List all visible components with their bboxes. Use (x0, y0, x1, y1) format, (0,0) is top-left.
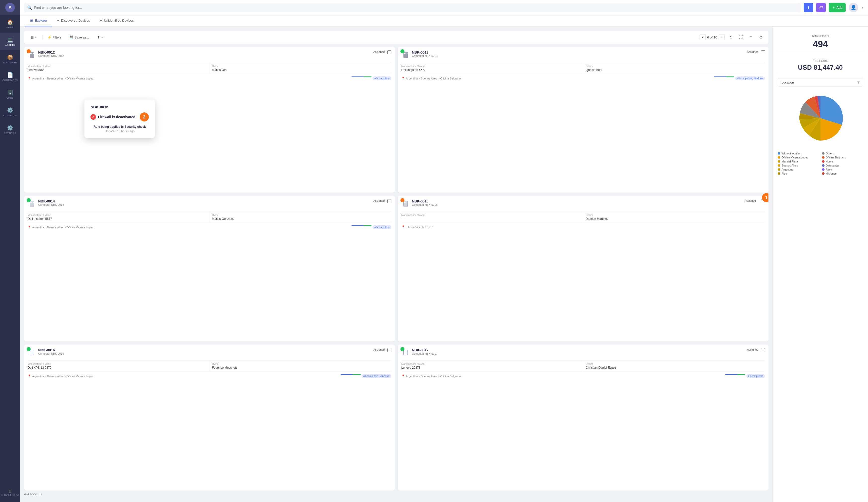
popup-time: Updated 18 hours ago (91, 130, 149, 133)
sidebar-item-other[interactable]: ⚙️ OTHER CIs (0, 103, 20, 121)
manufacturer-field: Manufacturer / Model Dell Inspiron 5577 (401, 63, 583, 74)
location-bar (725, 374, 745, 375)
sidebar-item-cmdb[interactable]: 🗄️ CMDB (0, 85, 20, 103)
card-icon-wrap: 🖥 (401, 50, 410, 60)
alert-dot-green (401, 49, 404, 53)
asset-card-nbk0015[interactable]: 🖥 NBK-0015 Computer NBK-0015 Assigned 1 (398, 196, 769, 341)
prev-page-button[interactable]: ‹ (700, 34, 706, 40)
badge-label: Assigned (373, 199, 385, 202)
card-checkbox[interactable] (388, 50, 391, 54)
info-button[interactable]: ℹ (804, 3, 813, 12)
expand-button[interactable]: ⛶ (737, 33, 745, 41)
sidebar-label-contracts: CONTRACTS (2, 79, 18, 82)
asset-card-nbk0013[interactable]: 🖥 NBK-0013 Computer NBK-0013 Assigned (398, 47, 769, 193)
sidebar-item-assets[interactable]: 💻 ASSETS (0, 33, 20, 50)
legend-label: Datacenter (826, 164, 839, 167)
card-icon-wrap: 🖥 (401, 199, 410, 208)
list-icon: ≡ (750, 35, 752, 40)
location-pin-icon: 📍 (401, 225, 405, 229)
card-badge: Assigned (373, 199, 385, 202)
search-input[interactable] (34, 6, 798, 10)
card-icon-wrap: 🖥 (28, 50, 36, 60)
sidebar-item-software[interactable]: 📦 SOFTWARE (0, 50, 20, 68)
card-checkbox[interactable] (388, 348, 391, 352)
card-location: 📍 Argentina > Buenos Aires > Oficina Vic… (28, 375, 93, 378)
pagination-label: 6 of 10 (707, 35, 717, 39)
assets-icon: 💻 (7, 37, 13, 43)
grid-settings-button[interactable]: ⚙ (757, 33, 765, 41)
list-view-button[interactable]: ≡ (747, 33, 755, 41)
card-badge: Assigned (747, 348, 758, 351)
tag-0: all-computers (746, 374, 765, 378)
card-location: 📍 Argentina > Buenos Aires > Oficina Bel… (401, 375, 461, 378)
avatar[interactable]: 👤 (849, 3, 858, 12)
add-button[interactable]: ＋ Add (829, 3, 846, 12)
manufacturer-label: Manufacturer / Model (401, 363, 580, 366)
legend-dot (778, 172, 780, 175)
manufacturer-value: Lenovo 80VE (28, 68, 207, 72)
search-wrapper[interactable]: 🔍 (24, 3, 800, 12)
card-fields: Manufacturer / Model Dell Inspiron 5577 … (401, 63, 765, 74)
owner-label: Owner (212, 363, 391, 366)
discovered-tab-icon: ≡ (57, 19, 59, 22)
owner-label: Owner (586, 65, 765, 68)
sidebar-logo[interactable]: A (0, 0, 20, 15)
card-footer: 📍 Argentina > Buenos Aires > Oficina Vic… (28, 225, 391, 229)
manufacturer-field: Manufacturer / Model Dell Inspiron 5577 (28, 212, 209, 223)
main-area: 🔍 ℹ 🏷 ＋ Add 👤 ▼ ⊞ Explorer ≡ Discovered … (20, 0, 868, 502)
card-subtitle: Computer NBK-0017 (412, 352, 745, 355)
card-footer: 📍 Argentina > Buenos Aires > Oficina Vic… (28, 374, 391, 378)
legend-item-datacenter: Datacenter (822, 164, 863, 167)
card-checkbox[interactable] (388, 199, 391, 203)
owner-value: Federico Mocchetti (212, 366, 391, 369)
popup-alert-row: ✕ Firewall is deactivated 2 (91, 112, 149, 122)
tab-explorer-label: Explorer (35, 19, 47, 22)
owner-value: Damian Martinez (586, 217, 765, 221)
location-bar (351, 76, 372, 77)
tag-0: all-computers, windows (362, 374, 391, 378)
legend-label: Home (826, 160, 833, 163)
view-toggle-button[interactable]: ▦ ▼ (28, 34, 40, 41)
pie-chart-container (778, 93, 863, 143)
next-page-button[interactable]: › (719, 34, 725, 40)
card-tags: all-computers (351, 76, 391, 80)
sidebar-item-contracts[interactable]: 📄 CONTRACTS (0, 68, 20, 85)
filters-button[interactable]: ⚡ Filters (44, 34, 64, 41)
tab-explorer[interactable]: ⊞ Explorer (25, 15, 52, 27)
owner-field: Owner Matias Ota (209, 63, 391, 74)
owner-label: Owner (586, 363, 765, 366)
download-icon: ⬇ (97, 35, 100, 39)
owner-value: Ignacio Audi (586, 68, 765, 72)
card-checkbox[interactable] (761, 348, 765, 352)
asset-card-nbk0017[interactable]: 🖥 NBK-0017 Computer NBK-0017 Assigned (398, 345, 769, 490)
sidebar-item-home[interactable]: 🏠 HOME (0, 15, 20, 33)
total-assets-block: Total Assets 494 (778, 32, 863, 52)
legend-dot (822, 160, 825, 163)
sidebar-item-settings[interactable]: ⚙️ SETTINGS (0, 121, 20, 138)
popup-alert-text: Firewall is deactivated (98, 115, 135, 119)
tab-discovered[interactable]: ≡ Discovered Devices (52, 15, 95, 27)
asset-card-nbk0012[interactable]: 🖥 NBK-0012 Computer NBK-0012 Assigned (24, 47, 395, 193)
refresh-button[interactable]: ↻ (727, 33, 735, 41)
manufacturer-label: Manufacturer / Model (28, 363, 207, 366)
card-fields: Manufacturer / Model Dell XPS 13 9370 Ow… (28, 360, 391, 372)
tab-unidentified[interactable]: ≡ Unidentified Devices (95, 15, 139, 27)
legend-label: Misiones (826, 172, 837, 175)
card-checkbox[interactable] (761, 50, 765, 54)
card-tags: all-computers (351, 225, 391, 229)
sidebar-label-service-desk: SERVICE DESK (1, 494, 19, 496)
card-subtitle: Computer NBK-0012 (38, 54, 371, 57)
download-button[interactable]: ⬇ ▼ (94, 34, 106, 41)
sidebar-item-service-desk[interactable]: 🎧 SERVICE DESK (0, 484, 20, 502)
save-as-button[interactable]: 💾 Save as... (66, 34, 92, 41)
asset-card-nbk0014[interactable]: 🖥 NBK-0014 Computer NBK-0014 Assigned (24, 196, 395, 341)
card-title: NBK-0012 (38, 50, 371, 54)
location-dropdown[interactable]: Location (778, 78, 863, 86)
popup-count-badge: 2 (140, 112, 149, 122)
owner-label: Owner (212, 214, 391, 216)
asset-card-nbk0016[interactable]: 🖥 NBK-0016 Computer NBK-0016 Assigned (24, 345, 395, 490)
card-title-area: NBK-0014 Computer NBK-0014 (38, 199, 371, 206)
manufacturer-field: Manufacturer / Model Lenovo 20378 (401, 361, 583, 371)
tag-button[interactable]: 🏷 (816, 3, 826, 12)
legend-item-misiones: Misiones (822, 172, 863, 175)
